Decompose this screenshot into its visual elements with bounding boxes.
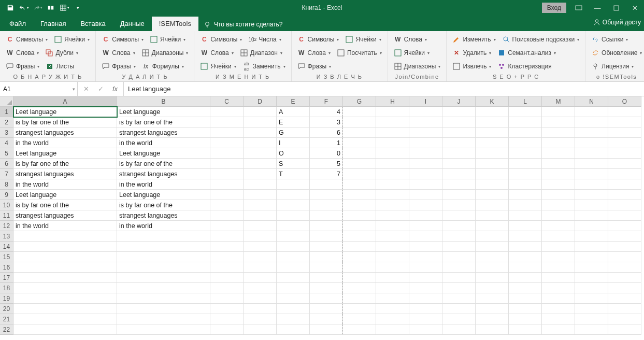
- cell[interactable]: Leet language: [13, 190, 117, 200]
- cell[interactable]: [476, 200, 509, 210]
- column-header[interactable]: G: [343, 96, 376, 107]
- cell[interactable]: [210, 210, 244, 221]
- cell[interactable]: [13, 242, 117, 252]
- cell[interactable]: [409, 138, 442, 148]
- cell[interactable]: [442, 324, 476, 335]
- cell[interactable]: [376, 252, 409, 262]
- seo-semant-button[interactable]: Семант.анализ▾: [495, 48, 559, 58]
- cell[interactable]: [509, 242, 542, 252]
- cell[interactable]: [376, 221, 409, 231]
- cell[interactable]: [409, 159, 442, 169]
- cell[interactable]: [575, 159, 608, 169]
- cell[interactable]: [476, 324, 509, 335]
- cell[interactable]: [210, 179, 244, 190]
- cell[interactable]: [509, 273, 542, 283]
- cell[interactable]: [442, 242, 476, 252]
- cell[interactable]: [244, 107, 277, 117]
- cell[interactable]: [277, 273, 310, 283]
- cell[interactable]: [210, 252, 244, 262]
- cell[interactable]: [117, 231, 210, 242]
- cell[interactable]: [409, 117, 442, 128]
- join-words-button[interactable]: WСлова▾: [391, 34, 430, 45]
- name-box[interactable]: ▾: [0, 82, 78, 96]
- cell[interactable]: [13, 262, 117, 273]
- cell[interactable]: [210, 138, 244, 148]
- cell[interactable]: [376, 293, 409, 304]
- cell[interactable]: [509, 252, 542, 262]
- cell[interactable]: [117, 324, 210, 335]
- cell[interactable]: [509, 128, 542, 138]
- cell[interactable]: [277, 242, 310, 252]
- cell[interactable]: [277, 210, 310, 221]
- cell[interactable]: [575, 283, 608, 293]
- detect-symbols-button[interactable]: CСимволы▾: [3, 34, 50, 45]
- cell[interactable]: [376, 169, 409, 179]
- seo-cluster-button[interactable]: Кластеризация: [495, 61, 554, 72]
- cell[interactable]: [117, 283, 210, 293]
- cell[interactable]: [117, 293, 210, 304]
- cell[interactable]: [542, 242, 575, 252]
- qat-button-2[interactable]: ▾: [58, 2, 70, 14]
- delete-symbols-button[interactable]: CСимволы▾: [99, 34, 146, 45]
- cell[interactable]: [409, 169, 442, 179]
- row-header[interactable]: 14: [0, 242, 13, 252]
- formula-input[interactable]: Leet language: [124, 82, 644, 96]
- cell[interactable]: [13, 231, 117, 242]
- cell[interactable]: [509, 148, 542, 159]
- cell[interactable]: [409, 128, 442, 138]
- cell[interactable]: is by far one of the: [117, 200, 210, 210]
- cell[interactable]: [509, 210, 542, 221]
- cell[interactable]: [244, 314, 277, 324]
- cell[interactable]: [210, 304, 244, 314]
- delete-cells-button[interactable]: Ячейки▾: [147, 34, 188, 45]
- cell[interactable]: [244, 200, 277, 210]
- join-cells-button[interactable]: Ячейки▾: [391, 48, 432, 58]
- cell[interactable]: [376, 314, 409, 324]
- cell[interactable]: [376, 179, 409, 190]
- cell[interactable]: [13, 304, 117, 314]
- cell[interactable]: [575, 148, 608, 159]
- cell[interactable]: [476, 304, 509, 314]
- cell[interactable]: [476, 231, 509, 242]
- cell[interactable]: [509, 169, 542, 179]
- extract-symbols-button[interactable]: CСимволы▾: [295, 34, 342, 45]
- cell[interactable]: [509, 138, 542, 148]
- cell[interactable]: [608, 314, 641, 324]
- cell[interactable]: [244, 262, 277, 273]
- cell[interactable]: [343, 293, 376, 304]
- cell[interactable]: [575, 117, 608, 128]
- cell[interactable]: [476, 210, 509, 221]
- cell[interactable]: [575, 128, 608, 138]
- cell[interactable]: [442, 179, 476, 190]
- cell[interactable]: [542, 138, 575, 148]
- cell[interactable]: [409, 231, 442, 242]
- cell[interactable]: [542, 273, 575, 283]
- cell[interactable]: [210, 231, 244, 242]
- cell[interactable]: [376, 231, 409, 242]
- cell[interactable]: [210, 128, 244, 138]
- cell[interactable]: [608, 128, 641, 138]
- cell[interactable]: [343, 231, 376, 242]
- cell[interactable]: [117, 252, 210, 262]
- column-header[interactable]: E: [277, 96, 310, 107]
- delete-phrases-button[interactable]: Фразы▾: [99, 61, 138, 72]
- cell[interactable]: [608, 252, 641, 262]
- cell[interactable]: [244, 128, 277, 138]
- cell[interactable]: [442, 252, 476, 262]
- qat-customize-icon[interactable]: ▾: [71, 2, 84, 14]
- cell[interactable]: [542, 159, 575, 169]
- cell[interactable]: 4: [310, 107, 343, 117]
- cell[interactable]: is by far one of the: [117, 117, 210, 128]
- cell[interactable]: [476, 190, 509, 200]
- cell[interactable]: [244, 210, 277, 221]
- cell[interactable]: [343, 107, 376, 117]
- cell[interactable]: [409, 273, 442, 283]
- cell[interactable]: [476, 293, 509, 304]
- row-header[interactable]: 8: [0, 179, 13, 190]
- cell[interactable]: [608, 179, 641, 190]
- cell[interactable]: [476, 179, 509, 190]
- cell[interactable]: [608, 200, 641, 210]
- row-header[interactable]: 15: [0, 252, 13, 262]
- cell[interactable]: [542, 107, 575, 117]
- cell[interactable]: [575, 190, 608, 200]
